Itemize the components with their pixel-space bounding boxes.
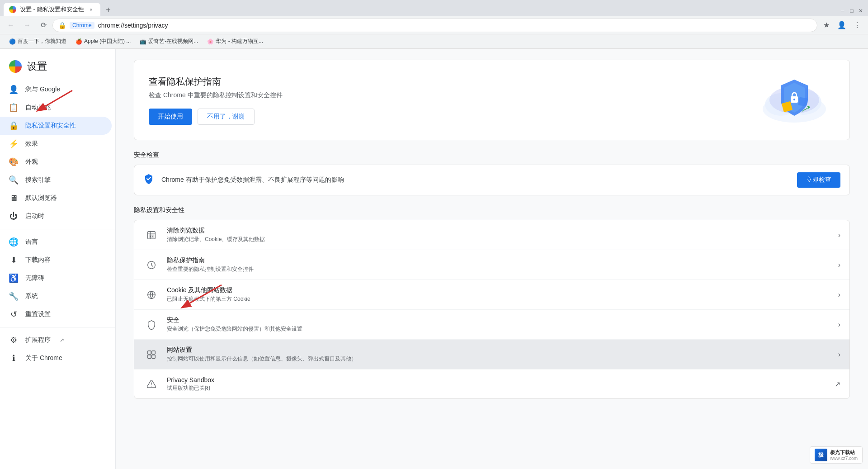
sidebar-item-performance[interactable]: ⚡ 效果 xyxy=(0,135,112,153)
sidebar-item-search[interactable]: 🔍 搜索引擎 xyxy=(0,171,112,189)
toolbar: ← → ⟳ 🔒 Chrome chrome://settings/privacy… xyxy=(0,16,868,34)
main-content-area: 查看隐私保护指南 检查 Chrome 中重要的隐私控制设置和安全控件 开始使用 … xyxy=(116,49,868,469)
maximize-button[interactable]: □ xyxy=(848,7,855,14)
privacy-section-title: 隐私设置和安全性 xyxy=(134,206,850,214)
reload-button[interactable]: ⟳ xyxy=(36,18,51,33)
tab-title: 设置 - 隐私设置和安全性 xyxy=(20,5,84,14)
clear-data-arrow: › xyxy=(838,231,840,239)
clear-data-icon xyxy=(143,227,160,243)
svg-rect-7 xyxy=(798,97,808,107)
close-button[interactable]: ✕ xyxy=(857,7,864,14)
privacy-item-security[interactable]: 安全 安全浏览（保护您免受危险网站的侵害）和其他安全设置 › xyxy=(134,310,849,340)
reset-icon: ↺ xyxy=(9,310,18,319)
bookmark-item-0[interactable]: 🔵 百度一下，你就知道 xyxy=(5,36,70,47)
sidebar-item-language[interactable]: 🌐 语言 xyxy=(0,233,112,251)
about-icon: ℹ xyxy=(9,354,18,363)
download-icon: ⬇ xyxy=(9,256,18,265)
window-controls: – □ ✕ xyxy=(839,7,864,16)
banner-title: 查看隐私保护指南 xyxy=(149,76,754,88)
sidebar-item-accessibility[interactable]: ♿ 无障碍 xyxy=(0,269,112,287)
site-settings-label: 网站设置 xyxy=(167,346,838,354)
default-browser-icon: 🖥 xyxy=(9,194,18,203)
privacy-guide-arrow: › xyxy=(838,261,840,269)
extensions-icon: ⚙ xyxy=(9,336,18,345)
tab-close-button[interactable]: × xyxy=(88,6,95,13)
sidebar-divider-1 xyxy=(0,229,115,229)
svg-rect-16 xyxy=(152,351,155,354)
cookies-arrow: › xyxy=(838,291,840,299)
google-icon: 👤 xyxy=(9,85,18,94)
back-button[interactable]: ← xyxy=(4,18,18,33)
sidebar-item-privacy[interactable]: 🔒 隐私设置和安全性 xyxy=(0,117,112,135)
privacy-item-site-settings[interactable]: 网站设置 控制网站可以使用和显示什么信息（如位置信息、摄像头、弹出式窗口及其他）… xyxy=(134,340,849,370)
svg-rect-15 xyxy=(148,351,151,354)
shield-check-svg xyxy=(143,173,154,184)
privacy-item-cookies[interactable]: Cookie 及其他网站数据 已阻止无痕模式下的第三方 Cookie › xyxy=(134,280,849,310)
chrome-logo xyxy=(9,60,22,73)
banner-actions: 开始使用 不用了，谢谢 xyxy=(149,109,754,125)
sidebar-item-extensions[interactable]: ⚙ 扩展程序 ↗ xyxy=(0,331,112,349)
sidebar: 设置 👤 您与 Google 📋 自动填充 🔒 隐私设置和安全性 ⚡ 效果 🎨 xyxy=(0,49,116,469)
sidebar-item-download[interactable]: ⬇ 下载内容 xyxy=(0,251,112,269)
profile-button[interactable]: 👤 xyxy=(835,18,849,33)
privacy-item-clear-data[interactable]: 清除浏览数据 清除浏览记录、Cookie、缓存及其他数据 › xyxy=(134,220,849,250)
url-display: chrome://settings/privacy xyxy=(98,22,168,29)
privacy-icon: 🔒 xyxy=(9,121,18,130)
sandbox-external-icon: ↗ xyxy=(835,380,840,388)
title-bar: 设置 - 隐私设置和安全性 × + – □ ✕ xyxy=(0,0,868,16)
new-tab-button[interactable]: + xyxy=(102,4,115,16)
safety-check-text: Chrome 有助于保护您免受数据泄露、不良扩展程序等问题的影响 xyxy=(161,176,790,184)
privacy-guide-icon xyxy=(143,257,160,273)
privacy-item-sandbox[interactable]: Privacy Sandbox 试用版功能已关闭 ↗ xyxy=(134,370,849,398)
bookmark-item-1[interactable]: 🍎 Apple (中国大陆) ... xyxy=(72,36,134,47)
sidebar-item-google[interactable]: 👤 您与 Google xyxy=(0,81,112,99)
appearance-icon: 🎨 xyxy=(9,157,18,166)
menu-button[interactable]: ⋮ xyxy=(850,18,864,33)
bookmark-item-2[interactable]: 📺 爱奇艺-在线视频网... xyxy=(136,36,202,47)
security-label: 安全 xyxy=(167,316,838,324)
privacy-guide-banner: 查看隐私保护指南 检查 Chrome 中重要的隐私控制设置和安全控件 开始使用 … xyxy=(134,60,850,140)
sidebar-item-appearance[interactable]: 🎨 外观 xyxy=(0,153,112,171)
site-settings-arrow: › xyxy=(838,351,840,359)
cookies-label: Cookie 及其他网站数据 xyxy=(167,286,838,294)
performance-icon: ⚡ xyxy=(9,139,18,148)
startup-icon: ⏻ xyxy=(9,212,18,221)
privacy-items-list: 清除浏览数据 清除浏览记录、Cookie、缓存及其他数据 › xyxy=(134,220,850,399)
svg-rect-9 xyxy=(149,234,154,238)
banner-illustration xyxy=(754,73,835,127)
sandbox-label: Privacy Sandbox xyxy=(167,376,835,384)
clear-data-label: 清除浏览数据 xyxy=(167,227,838,235)
browser-frame: 设置 - 隐私设置和安全性 × + – □ ✕ ← → ⟳ 🔒 Chrome c… xyxy=(0,0,868,469)
forward-button[interactable]: → xyxy=(20,18,34,33)
safety-check-section-title: 安全检查 xyxy=(134,151,850,159)
bookmark-item-3[interactable]: 🌸 华为 - 构建万物互... xyxy=(203,36,267,47)
svg-rect-18 xyxy=(152,355,155,358)
sandbox-desc: 试用版功能已关闭 xyxy=(167,384,835,392)
skip-button[interactable]: 不用了，谢谢 xyxy=(198,109,255,125)
sidebar-item-system[interactable]: 🔧 系统 xyxy=(0,287,112,305)
extensions-external-icon: ↗ xyxy=(60,337,64,343)
sidebar-item-startup[interactable]: ⏻ 启动时 xyxy=(0,207,112,225)
address-bar[interactable]: 🔒 Chrome chrome://settings/privacy xyxy=(52,19,817,32)
minimize-button[interactable]: – xyxy=(839,7,846,14)
sidebar-app-title: 设置 xyxy=(27,60,47,73)
bookmark-button[interactable]: ★ xyxy=(819,18,834,33)
banner-desc: 检查 Chrome 中重要的隐私控制设置和安全控件 xyxy=(149,91,754,99)
cookies-icon xyxy=(143,287,160,303)
start-button[interactable]: 开始使用 xyxy=(149,109,192,125)
watermark-title: 极光下载站 xyxy=(830,449,858,456)
cookies-desc: 已阻止无痕模式下的第三方 Cookie xyxy=(167,295,838,303)
privacy-guide-label: 隐私保护指南 xyxy=(167,256,838,265)
security-icon: 🔒 xyxy=(58,22,66,29)
active-tab[interactable]: 设置 - 隐私设置和安全性 × xyxy=(4,3,100,16)
security-desc: 安全浏览（保护您免受危险网站的侵害）和其他安全设置 xyxy=(167,325,838,333)
sidebar-item-about[interactable]: ℹ 关于 Chrome xyxy=(0,349,112,367)
sidebar-item-default-browser[interactable]: 🖥 默认浏览器 xyxy=(0,189,112,207)
system-icon: 🔧 xyxy=(9,292,18,301)
sidebar-item-reset[interactable]: ↺ 重置设置 xyxy=(0,305,112,323)
privacy-item-guide[interactable]: 隐私保护指南 检查重要的隐私控制设置和安全控件 › xyxy=(134,250,849,280)
svg-point-5 xyxy=(793,99,795,100)
safety-check-button[interactable]: 立即检查 xyxy=(797,172,840,188)
safety-shield-icon xyxy=(143,173,154,187)
sidebar-item-autofill[interactable]: 📋 自动填充 xyxy=(0,99,112,117)
